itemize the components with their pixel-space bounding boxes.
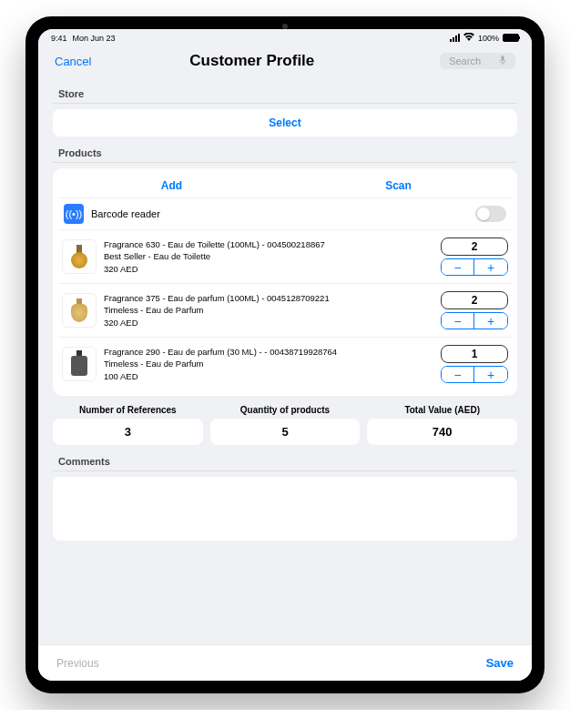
scan-tab[interactable]: Scan (285, 174, 512, 197)
battery-pct: 100% (478, 34, 499, 43)
qty-stepper: − + (441, 312, 508, 329)
qty-minus[interactable]: − (442, 367, 474, 382)
qty-plus[interactable]: + (474, 367, 507, 382)
product-sub: Timeless - Eau de Parfum (104, 358, 433, 369)
qty-value: 2 (441, 291, 508, 309)
product-image (62, 239, 97, 274)
status-bar: 9:41 Mon Jun 23 100% (38, 29, 532, 45)
product-price: 320 AED (104, 263, 433, 275)
product-sub: Best Seller - Eau de Toilette (104, 250, 433, 262)
product-row: Fragrance 630 - Eau de Toilette (100ML) … (58, 229, 512, 283)
search-placeholder: Search (449, 56, 481, 66)
qty-value: 2 (441, 238, 508, 256)
footer: Previous Save (38, 644, 532, 681)
store-label: Store (53, 77, 517, 104)
tablet-frame: 9:41 Mon Jun 23 100% Cancel Customer Pro… (25, 16, 545, 693)
search-input[interactable]: Search (440, 53, 515, 69)
mic-icon (499, 56, 506, 66)
qty-value: 1 (441, 345, 508, 363)
previous-button[interactable]: Previous (56, 657, 99, 670)
qty-stepper: − + (441, 258, 508, 276)
comments-input[interactable] (53, 477, 517, 541)
store-select-button[interactable]: Select (53, 109, 517, 136)
product-sub: Timeless - Eau de Parfum (104, 304, 433, 316)
nav-bar: Cancel Customer Profile Search (38, 45, 532, 77)
barcode-icon: ((•)) (64, 204, 84, 224)
comments-label: Comments (53, 445, 517, 471)
screen: 9:41 Mon Jun 23 100% Cancel Customer Pro… (38, 29, 532, 681)
product-image (62, 347, 97, 381)
qty-plus[interactable]: + (474, 259, 507, 275)
wifi-icon (463, 33, 474, 43)
product-image (62, 293, 97, 328)
total-value: 740 (367, 419, 517, 445)
qty-stepper: − + (441, 366, 508, 383)
product-price: 100 AED (104, 370, 433, 382)
total-label: Total Value (AED) (367, 405, 517, 415)
product-row: Fragrance 375 - Eau de parfum (100ML) - … (58, 283, 512, 337)
add-tab[interactable]: Add (58, 174, 285, 197)
page-title: Customer Profile (64, 52, 440, 70)
qty-label: Quantity of products (210, 405, 361, 415)
products-label: Products (53, 136, 517, 163)
battery-icon (503, 34, 519, 42)
qty-plus[interactable]: + (474, 313, 507, 329)
content: Store Select Products Add Scan ((•)) Bar… (38, 77, 532, 644)
product-price: 320 AED (104, 317, 433, 329)
save-button[interactable]: Save (486, 656, 514, 670)
refs-value: 3 (53, 419, 203, 445)
product-title: Fragrance 375 - Eau de parfum (100ML) - … (104, 292, 433, 304)
products-card: Add Scan ((•)) Barcode reader Fragrance … (53, 168, 517, 396)
camera-dot (282, 24, 288, 29)
status-time: 9:41 (51, 34, 67, 43)
barcode-toggle[interactable] (475, 206, 506, 222)
qty-total: 5 (210, 419, 361, 445)
signal-icon (450, 34, 460, 42)
product-title: Fragrance 630 - Eau de Toilette (100ML) … (104, 238, 433, 250)
svg-rect-0 (502, 56, 504, 61)
refs-label: Number of References (53, 405, 203, 415)
product-row: Fragrance 290 - Eau de parfum (30 ML) - … (58, 337, 512, 390)
summary-row: Number of References 3 Quantity of produ… (53, 405, 517, 445)
qty-minus[interactable]: − (442, 259, 474, 275)
qty-minus[interactable]: − (442, 313, 474, 329)
status-date: Mon Jun 23 (73, 34, 116, 43)
barcode-label: Barcode reader (91, 208, 468, 219)
product-title: Fragrance 290 - Eau de parfum (30 ML) - … (104, 346, 433, 358)
